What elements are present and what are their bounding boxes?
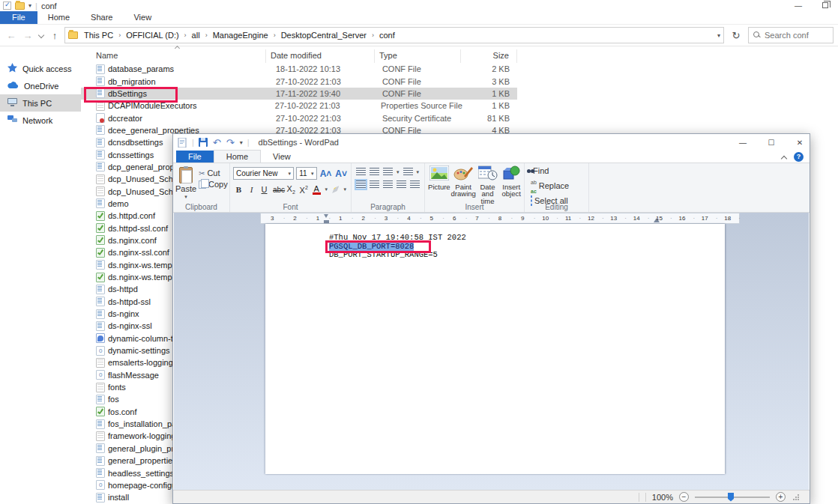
file-type-icon [96, 333, 105, 343]
cut-icon: ✂ [199, 169, 205, 177]
customize-toolbar-chevron-icon[interactable]: ▾ [28, 2, 31, 9]
save-icon[interactable] [199, 138, 208, 147]
table-row[interactable]: dccreator 27-10-2022 21:03 Security Cert… [81, 112, 517, 124]
paint-drawing-icon [453, 166, 473, 182]
wordpad-window: | ↶ ↷ ▾ | dbSettings - WordPad — ☐ ✕ Fil… [172, 133, 810, 504]
increase-indent-icon[interactable] [370, 168, 379, 176]
strikethrough-button[interactable]: abc [273, 186, 283, 194]
breadcrumb-item[interactable]: OFFICIAL (D:) [123, 30, 181, 40]
tab-file[interactable]: File [0, 11, 37, 24]
align-center-button[interactable] [370, 180, 379, 189]
wordpad-minimize-button[interactable]: — [738, 139, 748, 147]
find-button[interactable]: Find [531, 166, 588, 175]
breadcrumb-separator-icon: › [184, 31, 187, 39]
highlight-color-icon[interactable] [332, 186, 339, 193]
font-size-select[interactable]: 11▾ [296, 167, 317, 180]
chevron-down-icon[interactable]: ▾ [325, 186, 328, 192]
quick-access-toolbar-icon[interactable] [3, 1, 11, 10]
wordpad-maximize-button[interactable]: ☐ [766, 139, 777, 147]
table-row[interactable]: DCAPIModuleExecutors 27-10-2022 21:03 Pr… [81, 100, 517, 112]
file-date: 17-11-2022 19:40 [271, 89, 378, 98]
column-header-name[interactable]: Name [81, 49, 266, 63]
underline-button[interactable]: U [260, 185, 268, 194]
back-button[interactable]: ← [4, 30, 18, 41]
align-left-button[interactable] [356, 180, 366, 189]
grow-font-button[interactable]: A˄ [319, 168, 333, 179]
wordpad-tab-view[interactable]: View [261, 151, 303, 163]
wordpad-close-button[interactable]: ✕ [795, 139, 805, 147]
wordpad-tab-file[interactable]: File [176, 151, 214, 163]
qat-dropdown-chevron-icon[interactable]: ▾ [240, 139, 243, 146]
ruler-number: 18 [717, 215, 739, 222]
table-row[interactable]: database_params 18-11-2022 10:13 CONF Fi… [81, 63, 517, 75]
sidebar-item-this-pc[interactable]: This PC [0, 94, 81, 112]
zoom-slider-thumb[interactable] [728, 493, 734, 502]
collapse-ribbon-icon[interactable] [781, 155, 788, 160]
sidebar-item-network[interactable]: Network [0, 112, 81, 129]
paragraph-settings-icon[interactable] [410, 180, 420, 189]
font-family-select[interactable]: Courier New▾ [233, 167, 294, 180]
breadcrumb-item[interactable]: This PC [81, 30, 116, 40]
file-type-icon [96, 113, 105, 123]
table-row[interactable]: db_migration 27-10-2022 21:03 CONF File … [81, 75, 517, 87]
up-button[interactable]: ↑ [48, 30, 61, 41]
tab-home[interactable]: Home [37, 11, 80, 24]
tab-view[interactable]: View [123, 11, 162, 24]
explorer-sidebar: Quick accessOneDriveThis PCNetwork [0, 46, 81, 504]
address-dropdown-chevron-icon[interactable]: ▾ [717, 32, 720, 39]
font-color-button[interactable]: A [313, 185, 321, 195]
breadcrumb-item[interactable]: all [189, 30, 203, 40]
ruler-number: 2 [283, 215, 306, 222]
column-header-date[interactable]: Date modified [266, 49, 375, 63]
zoom-out-button[interactable]: − [679, 492, 689, 502]
cut-button[interactable]: ✂Cut [199, 168, 228, 177]
group-label-paragraph: Paragraph [352, 203, 424, 211]
document-page[interactable]: #Thu Nov 17 19:40:58 IST 2022PGSQL_DB_PO… [265, 224, 725, 474]
file-type-icon [96, 125, 105, 135]
search-box[interactable] [748, 27, 834, 43]
ruler-number: 17 [693, 215, 716, 222]
tab-share[interactable]: Share [80, 11, 123, 24]
address-bar[interactable]: This PC›OFFICIAL (D:)›all›ManageEngine›D… [64, 27, 724, 43]
column-header-type[interactable]: Type [375, 49, 461, 63]
replace-button[interactable]: abacReplace [531, 177, 588, 195]
justify-button[interactable] [397, 180, 406, 189]
italic-button[interactable]: I [247, 185, 256, 194]
forward-button[interactable]: → [21, 30, 34, 41]
restore-button[interactable] [820, 1, 831, 10]
help-icon[interactable]: ? [794, 152, 804, 162]
breadcrumb-item[interactable]: conf [376, 30, 398, 40]
superscript-button[interactable]: X2 [300, 185, 308, 195]
file-size: 81 KB [462, 114, 517, 123]
sidebar-item-quick-access[interactable]: Quick access [0, 60, 81, 77]
sidebar-item-onedrive[interactable]: OneDrive [0, 77, 81, 94]
file-type-icon [96, 211, 105, 221]
zoom-slider[interactable] [695, 497, 770, 498]
bold-button[interactable]: B [235, 185, 243, 194]
refresh-button[interactable]: ↻ [727, 30, 745, 41]
line-spacing-icon[interactable] [403, 168, 413, 176]
redo-icon[interactable]: ↷ [226, 137, 235, 148]
decrease-indent-icon[interactable] [356, 168, 366, 176]
wordpad-tab-home[interactable]: Home [214, 150, 261, 163]
ruler-number: 11 [557, 215, 579, 222]
file-type-icon [96, 198, 105, 208]
subscript-button[interactable]: X2 [287, 184, 295, 195]
undo-icon[interactable]: ↶ [213, 137, 221, 148]
recent-locations-chevron-icon[interactable] [37, 31, 45, 39]
file-name: dbSettings [105, 89, 271, 98]
search-input[interactable] [765, 31, 828, 40]
zoom-in-button[interactable]: + [776, 492, 786, 502]
shrink-font-button[interactable]: A˅ [334, 168, 348, 179]
zoom-level: 100% [652, 493, 673, 502]
breadcrumb-item[interactable]: DesktopCentral_Server [278, 30, 370, 40]
list-icon[interactable] [383, 168, 393, 176]
column-header-size[interactable]: Size [461, 49, 517, 63]
copy-button[interactable]: Copy [199, 180, 228, 189]
chevron-down-icon[interactable]: ▾ [343, 186, 346, 192]
file-type-icon [96, 260, 105, 270]
minimize-button[interactable]: — [793, 1, 804, 10]
table-row[interactable]: dbSettings 17-11-2022 19:40 CONF File 1 … [81, 88, 517, 100]
breadcrumb-item[interactable]: ManageEngine [210, 30, 271, 40]
align-right-button[interactable] [383, 180, 393, 189]
